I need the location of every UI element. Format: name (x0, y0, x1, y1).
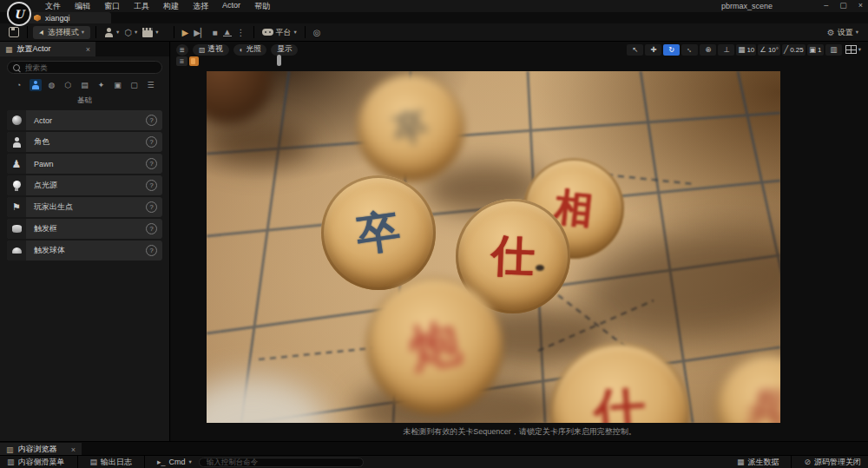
list-item-sphere-trigger[interactable]: 触发球体 ? (7, 241, 162, 260)
camera-speed-button[interactable]: ▣1 (807, 44, 824, 56)
category-geometry[interactable]: ▣ (112, 79, 124, 91)
status-bar: ▥ 内容侧滑菜单 ▤ 输出日志 ▸_ Cmd▾ ▦ 派生数据 ⊘ 源码管理关闭 (0, 455, 868, 468)
eject-button[interactable]: ▲ (220, 29, 234, 36)
help-icon[interactable]: ? (146, 180, 157, 191)
menu-build[interactable]: 构建 (156, 1, 186, 12)
menubar: 文件 编辑 窗口 工具 构建 选择 Actor 帮助 (38, 1, 277, 12)
menu-tools[interactable]: 工具 (127, 1, 156, 12)
content-drawer-button[interactable]: ▥ 内容侧滑菜单 (0, 457, 72, 468)
list-item-player-start[interactable]: ⚑ 玩家出生点 ? (7, 197, 162, 217)
menu-edit[interactable]: 编辑 (68, 1, 97, 12)
category-basic[interactable] (30, 79, 42, 91)
search-input[interactable] (23, 63, 156, 73)
output-log-button[interactable]: ▤ 输出日志 (83, 457, 140, 468)
show-flags-dropdown[interactable]: 显示 (271, 44, 298, 56)
category-cinematic[interactable]: ▤ (79, 79, 91, 91)
scene-render-xiangqi-board[interactable]: 卒 相 卒 仕 炮 仕 兵 (207, 71, 780, 423)
stop-icon: ■ (213, 28, 218, 37)
recompile-button[interactable]: ◎ (311, 28, 324, 37)
tab-content-browser[interactable]: ▥ 内容浏览器 × (0, 443, 82, 456)
maximize-button[interactable]: ▢ (839, 1, 847, 10)
category-shapes[interactable]: ⬡ (62, 79, 75, 91)
help-icon[interactable]: ? (146, 115, 157, 126)
class-search-box[interactable] (7, 61, 162, 74)
move-tool-icon[interactable]: ✚ (645, 44, 661, 56)
rotate-tool-icon[interactable]: ↻ (663, 44, 680, 56)
cmd-dropdown[interactable]: ▸_ Cmd▾ (150, 458, 199, 466)
maximize-viewport-icon[interactable]: ▥ (825, 44, 842, 56)
scale-snap-toggle[interactable]: ╱0.25 (782, 44, 806, 56)
surface-snap-icon[interactable]: ⊥ (718, 44, 734, 56)
menu-select[interactable]: 选择 (186, 1, 215, 12)
list-item-character[interactable]: 角色 ? (7, 132, 162, 152)
minimize-button[interactable]: – (824, 1, 828, 10)
list-item-point-light[interactable]: 点光源 ? (7, 175, 162, 195)
console-command-input[interactable] (205, 457, 358, 467)
help-icon[interactable]: ? (146, 158, 157, 169)
list-item-pawn[interactable]: ♟ Pawn ? (7, 154, 162, 174)
close-button[interactable]: × (858, 1, 863, 10)
cinematic-menu-icon[interactable]: ≣ (176, 56, 187, 66)
cursor-icon: ➤ (37, 28, 47, 36)
scale-tool-icon[interactable]: ↔ (681, 44, 698, 56)
blueprint-icon: ⬡ (124, 28, 132, 37)
category-visual-effects[interactable]: ✦ (95, 79, 108, 91)
add-actor-dropdown[interactable]: ▾ (102, 28, 122, 37)
camera-icon: ▧ (199, 46, 206, 54)
list-item-box-trigger[interactable]: 触发框 ? (7, 219, 162, 239)
content-browser-icon: ▥ (6, 445, 14, 454)
menu-window[interactable]: 窗口 (97, 1, 127, 12)
category-all-classes[interactable]: ☰ (145, 79, 157, 91)
close-icon[interactable]: × (86, 45, 90, 54)
help-icon[interactable]: ? (146, 136, 157, 148)
unreal-logo-icon[interactable]: U (7, 2, 31, 26)
menu-help[interactable]: 帮助 (247, 1, 277, 12)
category-lights[interactable]: ◍ (46, 79, 58, 91)
exposure-slider-handle[interactable] (277, 55, 281, 66)
category-recent[interactable]: ◔ (13, 79, 25, 91)
pawn-icon: ♟ (7, 154, 26, 174)
source-control-button[interactable]: ⊘ 源码管理关闭 (797, 457, 868, 468)
derived-data-icon: ▦ (737, 458, 745, 466)
close-icon[interactable]: × (71, 445, 76, 454)
viewport-options-icon[interactable]: ≡ (176, 44, 188, 56)
frame-skip-button[interactable]: ▶▏ (191, 28, 209, 37)
stop-button[interactable]: ■ (210, 28, 220, 37)
place-actors-tabbar: ▦ 放置Actor × (0, 42, 169, 56)
world-space-icon[interactable]: ⊕ (700, 44, 716, 56)
lit-mode-dropdown[interactable]: ◐光照 (233, 44, 267, 56)
camera-preview-icon[interactable] (189, 56, 199, 66)
console-icon: ▸_ (157, 458, 166, 466)
play-button[interactable]: ▶ (180, 28, 192, 37)
select-mode-dropdown[interactable]: ➤ 选择模式▾ (33, 26, 90, 39)
grid-snap-toggle[interactable]: ▦10 (736, 44, 756, 56)
level-viewport[interactable]: ≡ ▧透视 ◐光照 显示 ↖ ✚ ↻ ↔ ⊕ ⊥ ▦10 ∠10° ╱0.25 … (171, 42, 868, 441)
rotation-snap-toggle[interactable]: ∠10° (758, 44, 780, 56)
category-volumes[interactable]: ▢ (128, 79, 141, 91)
layout-grid-icon (845, 45, 857, 54)
viewport-layout-dropdown[interactable]: ▾ (844, 44, 863, 56)
console-command-box[interactable] (199, 458, 364, 467)
save-button[interactable] (6, 27, 22, 37)
category-filter-row: ◔ ◍ ⬡ ▤ ✦ ▣ ▢ ☰ (0, 79, 169, 91)
list-item-actor[interactable]: Actor ? (7, 110, 162, 130)
lit-sphere-icon: ◐ (240, 46, 244, 54)
help-icon[interactable]: ? (146, 245, 157, 256)
eject-icon: ▲ (223, 29, 232, 36)
placeable-items-list: Actor ? 角色 ? ♟ Pawn ? 点光源 ? ⚑ 玩家出生点 ? (0, 110, 169, 260)
asset-tab-label: xiangqi (45, 14, 70, 23)
tab-xiangqi[interactable]: xiangqi (26, 12, 111, 23)
derived-data-button[interactable]: ▦ 派生数据 (730, 457, 786, 468)
menu-actor[interactable]: Actor (215, 1, 247, 12)
help-icon[interactable]: ? (146, 201, 157, 213)
select-tool-icon[interactable]: ↖ (627, 44, 643, 56)
blueprints-dropdown[interactable]: ⬡▾ (122, 28, 140, 37)
settings-dropdown[interactable]: ⚙设置▾ (825, 27, 861, 38)
tab-place-actors[interactable]: ▦ 放置Actor × (0, 42, 95, 56)
menu-file[interactable]: 文件 (38, 1, 68, 12)
perspective-dropdown[interactable]: ▧透视 (193, 44, 229, 56)
platforms-dropdown[interactable]: 平台▾ (260, 27, 299, 38)
play-options-button[interactable]: ⋮ (234, 28, 248, 37)
help-icon[interactable]: ? (146, 223, 157, 234)
cinematics-dropdown[interactable]: ▾ (140, 28, 161, 37)
